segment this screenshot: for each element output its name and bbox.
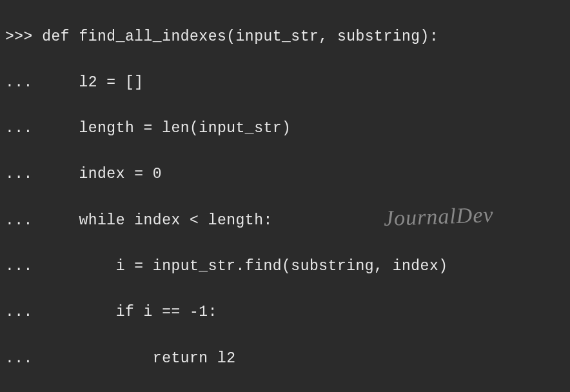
code-line: ... while index < length: xyxy=(5,210,565,233)
terminal-output: >>> def find_all_indexes(input_str, subs… xyxy=(5,3,565,392)
code-line: ... length = len(input_str) xyxy=(5,117,565,141)
code-line: ... return l2 xyxy=(5,348,565,371)
code-line: ... l2 = [] xyxy=(5,72,565,95)
code-line: ... i = input_str.find(substring, index) xyxy=(5,255,565,279)
code-line: ... index = 0 xyxy=(5,163,565,186)
code-line: >>> def find_all_indexes(input_str, subs… xyxy=(5,26,565,49)
code-line: ... if i == -1: xyxy=(5,301,565,324)
